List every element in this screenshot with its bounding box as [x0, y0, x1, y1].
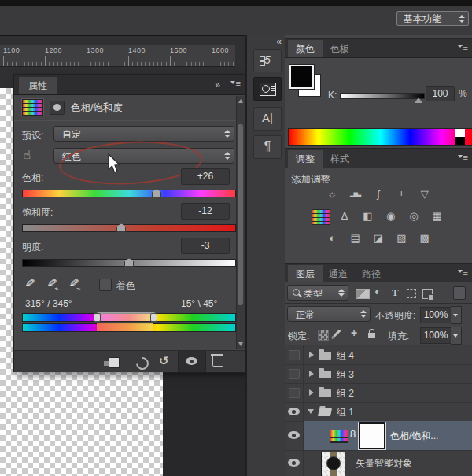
opacity-value-field[interactable]: 100%	[420, 307, 452, 323]
history-panel-icon[interactable]: 5	[253, 49, 282, 72]
fill-value-field[interactable]: 100%	[420, 327, 452, 344]
range-knob-right[interactable]	[150, 313, 157, 322]
selective-color-icon[interactable]: ▩	[416, 231, 433, 245]
filter-shape-layers-icon[interactable]	[407, 289, 416, 298]
hue-value-field[interactable]: +26	[181, 168, 230, 185]
lock-transparent-pixels-icon[interactable]	[318, 330, 329, 341]
filter-type-layers-icon[interactable]: T	[392, 286, 399, 299]
hue-saturation-icon[interactable]	[312, 209, 330, 225]
layer-visibility-toggle[interactable]	[178, 351, 206, 372]
photo-filter-icon[interactable]: ◉	[382, 209, 400, 223]
group-name[interactable]: 组 1	[337, 406, 354, 419]
eye-icon[interactable]	[288, 408, 300, 415]
group-name[interactable]: 组 4	[337, 349, 354, 363]
layer-row[interactable]: 矢量智能对象	[285, 450, 472, 476]
foreground-color-swatch[interactable]	[289, 65, 314, 89]
horizontal-ruler[interactable]: 1100 1200 1300 1400 1500 1600	[0, 45, 235, 67]
expand-down-icon[interactable]	[308, 409, 314, 414]
scroll-up-icon[interactable]	[238, 99, 243, 103]
scrollbar[interactable]	[236, 96, 245, 349]
collapse-panel-icon[interactable]: »	[215, 79, 219, 90]
visibility-well[interactable]	[285, 402, 304, 421]
preset-dropdown[interactable]: 自定	[53, 126, 234, 142]
delete-adjustment-icon[interactable]	[212, 356, 223, 367]
panel-menu-icon[interactable]: ≡	[230, 79, 241, 88]
eyedropper-add-icon[interactable]: ✎+	[46, 275, 58, 291]
expand-right-icon[interactable]	[309, 352, 314, 358]
panel-menu-icon[interactable]: ≡	[458, 268, 468, 277]
lightness-slider[interactable]	[22, 259, 236, 267]
layer-mask-thumbnail[interactable]	[359, 422, 385, 449]
filter-smart-object-layers-icon[interactable]	[422, 289, 433, 299]
opacity-dropdown-icon[interactable]	[451, 306, 462, 324]
k-value-field[interactable]: 100	[426, 86, 455, 101]
tab-layers[interactable]: 图层	[288, 265, 323, 282]
expand-right-icon[interactable]	[309, 389, 314, 396]
clip-adjustment-icon[interactable]	[109, 357, 120, 368]
color-balance-icon[interactable]: ∆	[336, 209, 353, 223]
group-name[interactable]: 组 3	[337, 368, 354, 382]
tab-adjustments[interactable]: 调整	[288, 150, 323, 168]
layer-group-row[interactable]: 组 4	[285, 345, 472, 365]
eyedropper-icon[interactable]: ✎	[24, 275, 36, 291]
panel-menu-icon[interactable]: ≡	[458, 153, 468, 162]
layer-group-row[interactable]: 组 1	[285, 402, 472, 422]
colorize-checkbox[interactable]	[99, 279, 112, 291]
eye-icon[interactable]	[288, 431, 300, 439]
layer-name[interactable]: 色相/饱和...	[390, 430, 438, 443]
channel-mixer-icon[interactable]: ◎	[405, 209, 422, 223]
invert-icon[interactable]: ◐	[323, 231, 341, 245]
view-previous-state-icon[interactable]	[134, 355, 152, 373]
tab-paths[interactable]: 路径	[354, 265, 389, 282]
k-channel-slider[interactable]	[340, 93, 425, 99]
info-panel-icon[interactable]	[253, 77, 282, 101]
layer-name[interactable]: 矢量智能对象	[356, 457, 412, 470]
lock-image-pixels-icon[interactable]	[334, 330, 341, 338]
lock-position-icon[interactable]: +	[351, 327, 357, 339]
visibility-well[interactable]	[285, 421, 304, 450]
filter-switch-icon[interactable]	[453, 286, 466, 300]
saturation-value-field[interactable]: -12	[181, 203, 230, 220]
clip-to-layer-icon[interactable]	[50, 101, 65, 115]
saturation-slider-handle[interactable]	[116, 223, 126, 232]
scrollbar-thumb[interactable]	[238, 124, 243, 305]
panel-menu-icon[interactable]: ≡	[458, 42, 468, 52]
layer-row-selected[interactable]: 8 色相/饱和...	[285, 421, 472, 451]
visibility-well[interactable]	[285, 383, 304, 402]
tab-swatches[interactable]: 色板	[323, 40, 357, 57]
color-spectrum-ramp[interactable]	[288, 128, 472, 146]
gradient-map-icon[interactable]: ▧	[393, 231, 410, 245]
scroll-down-icon[interactable]	[238, 342, 243, 346]
hue-range-selection[interactable]	[97, 312, 155, 321]
reset-icon[interactable]: ↺	[159, 354, 169, 368]
curves-icon[interactable]: ʃ	[370, 187, 387, 201]
vibrance-icon[interactable]: ▽	[416, 187, 433, 201]
expand-right-icon[interactable]	[309, 371, 314, 377]
lightness-value-field[interactable]: -3	[181, 238, 230, 254]
lightness-slider-handle[interactable]	[124, 258, 134, 267]
targeted-adjustment-hand-icon[interactable]: ☝	[24, 148, 31, 162]
group-name[interactable]: 组 2	[337, 387, 354, 400]
lock-all-icon[interactable]	[368, 333, 375, 338]
character-panel-icon[interactable]: A|	[253, 107, 282, 131]
mask-link-icon[interactable]: 8	[350, 428, 356, 440]
black-white-icon[interactable]: ◧	[359, 209, 376, 223]
threshold-icon[interactable]: ◪	[370, 231, 387, 245]
range-knob-left[interactable]	[94, 313, 101, 322]
paragraph-panel-icon[interactable]: ¶	[253, 135, 282, 159]
levels-icon[interactable]: ▂▆▃	[347, 187, 364, 201]
tab-properties[interactable]: 属性	[19, 77, 57, 94]
saturation-slider[interactable]	[22, 224, 236, 232]
workspace-switcher[interactable]: 基本功能	[396, 11, 469, 26]
brightness-contrast-icon[interactable]: ☼	[323, 187, 341, 201]
k-slider-handle[interactable]	[415, 98, 422, 103]
hue-slider-handle[interactable]	[152, 189, 161, 197]
visibility-well[interactable]	[285, 450, 304, 476]
tab-styles[interactable]: 样式	[323, 150, 357, 168]
expand-dock-icon[interactable]: «	[276, 36, 280, 47]
layer-group-row[interactable]: 组 3	[285, 364, 472, 384]
adjustment-layer-thumbnail[interactable]	[330, 430, 348, 443]
white-swatch[interactable]	[455, 129, 465, 137]
filter-image-layers-icon[interactable]	[356, 289, 370, 299]
eyedropper-subtract-icon[interactable]: ✎−	[68, 275, 80, 291]
